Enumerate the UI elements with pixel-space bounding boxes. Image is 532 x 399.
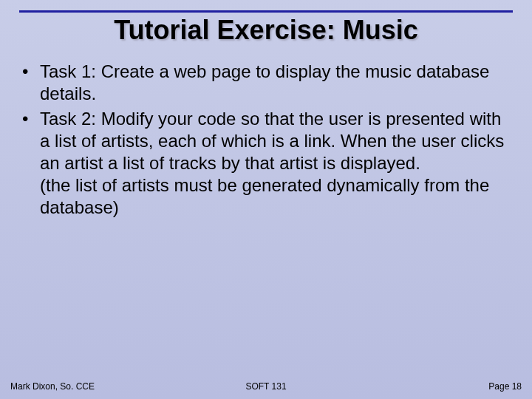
footer-course: SOFT 131 — [10, 381, 522, 392]
title-rule — [19, 10, 513, 13]
list-item: • Task 2: Modify your code so that the u… — [19, 108, 513, 219]
list-item: • Task 1: Create a web page to display t… — [19, 61, 513, 105]
slide-footer: Mark Dixon, So. CCE SOFT 131 Page 18 — [10, 381, 522, 392]
slide-title: Tutorial Exercise: Music — [0, 15, 532, 46]
bullet-text: Task 2: Modify your code so that the use… — [40, 108, 513, 219]
bullet-icon: • — [19, 61, 40, 105]
bullet-icon: • — [19, 108, 40, 219]
bullet-text: Task 1: Create a web page to display the… — [40, 61, 513, 105]
slide-body: • Task 1: Create a web page to display t… — [19, 61, 513, 222]
